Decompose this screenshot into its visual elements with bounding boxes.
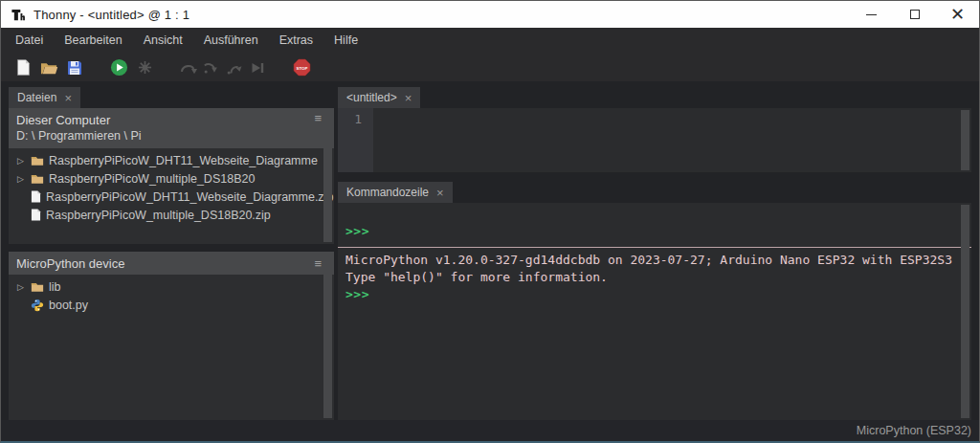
files-menu-icon[interactable]: ≡ bbox=[314, 112, 322, 124]
step-over-button[interactable] bbox=[177, 56, 200, 79]
file-icon bbox=[31, 209, 41, 221]
menu-extras[interactable]: Extras bbox=[269, 28, 323, 54]
files-scrollbar[interactable] bbox=[323, 110, 332, 242]
device-panel-header: MicroPython device ≡ bbox=[9, 252, 334, 275]
new-file-icon bbox=[16, 59, 31, 76]
resume-button[interactable] bbox=[246, 56, 269, 79]
device-tree-item[interactable]: boot.py bbox=[9, 296, 334, 314]
step-out-icon bbox=[226, 61, 243, 75]
maximize-icon bbox=[910, 10, 920, 19]
debug-script-button[interactable] bbox=[133, 56, 156, 79]
editor-tab-label: <untitled> bbox=[346, 91, 397, 104]
tab-dateien[interactable]: Dateien × bbox=[9, 87, 80, 108]
left-sidebar: Dateien × Dieser Computer D: \ Programmi… bbox=[9, 87, 334, 420]
tab-kommandozeile[interactable]: Kommandozeile × bbox=[338, 182, 453, 203]
menu-ansicht[interactable]: Ansicht bbox=[133, 28, 193, 54]
editor-scrollbar[interactable] bbox=[961, 110, 969, 170]
files-tab-close-icon[interactable]: × bbox=[64, 92, 72, 104]
file-tree-item[interactable]: RaspberryPiPicoW_DHT11_Webseite_Diagramm… bbox=[9, 188, 334, 206]
file-label: RaspberryPiPicoW_multiple_DS18B20.zip bbox=[46, 209, 271, 222]
thonny-app-icon bbox=[11, 8, 25, 22]
minimize-button[interactable] bbox=[850, 1, 893, 28]
shell-output-area[interactable]: >>> MicroPython v1.20.0-327-gd14ddcbdb o… bbox=[338, 203, 971, 420]
editor-shell-column: <untitled> × 1 Kommandozeile × >>> Mic bbox=[338, 87, 971, 420]
file-label: boot.py bbox=[49, 299, 88, 312]
device-tree-item[interactable]: ▷ lib bbox=[9, 277, 334, 296]
files-panel-header: Dieser Computer D: \ Programmieren \ Pi … bbox=[9, 108, 334, 148]
files-path[interactable]: D: \ Programmieren \ Pi bbox=[16, 128, 326, 144]
file-label: RaspberryPiPicoW_DHT11_Webseite_Diagramm… bbox=[49, 154, 318, 167]
files-tree: ▷ RaspberryPiPicoW_DHT11_Webseite_Diagra… bbox=[9, 148, 334, 224]
files-tab-label: Dateien bbox=[17, 91, 56, 104]
shell-scrollbar[interactable] bbox=[961, 205, 969, 418]
debug-icon bbox=[138, 60, 152, 75]
folder-icon bbox=[31, 281, 44, 293]
shell-separator bbox=[338, 247, 971, 248]
tab-untitled[interactable]: <untitled> × bbox=[338, 87, 420, 108]
editor-tab-close-icon[interactable]: × bbox=[405, 92, 412, 104]
editor-code-area[interactable]: 1 bbox=[338, 108, 971, 172]
stop-restart-button[interactable]: STOP bbox=[290, 56, 313, 79]
maximize-button[interactable] bbox=[893, 1, 936, 28]
file-icon bbox=[31, 190, 41, 203]
shell-tab-close-icon[interactable]: × bbox=[436, 187, 444, 199]
expand-arrow-icon[interactable]: ▷ bbox=[15, 174, 26, 184]
files-panel: Dieser Computer D: \ Programmieren \ Pi … bbox=[9, 108, 334, 244]
interpreter-status[interactable]: MicroPython (ESP32) bbox=[857, 424, 971, 437]
device-menu-icon[interactable]: ≡ bbox=[314, 257, 322, 270]
thonny-window: Thonny - <untitled> @ 1 : 1 ✕ Datei Bear… bbox=[0, 0, 980, 443]
shell-prompt: >>> bbox=[345, 223, 950, 240]
open-folder-icon bbox=[40, 61, 58, 75]
folder-icon bbox=[31, 173, 44, 185]
expand-arrow-icon[interactable]: ▷ bbox=[15, 156, 26, 166]
minimize-icon bbox=[866, 14, 877, 15]
editor-tab-row: <untitled> × bbox=[338, 87, 971, 108]
editor-line-gutter: 1 bbox=[338, 108, 373, 172]
shell-tab-row: Kommandozeile × bbox=[338, 182, 971, 203]
save-icon bbox=[67, 60, 82, 76]
line-number: 1 bbox=[354, 112, 362, 126]
file-tree-item[interactable]: ▷ RaspberryPiPicoW_DHT11_Webseite_Diagra… bbox=[9, 151, 334, 169]
shell-banner-line2: Type "help()" for more information. bbox=[345, 269, 950, 286]
files-root-label[interactable]: Dieser Computer bbox=[16, 112, 326, 128]
device-tree: ▷ lib boot.py bbox=[9, 275, 334, 314]
stop-icon: STOP bbox=[293, 58, 311, 77]
device-scrollbar[interactable] bbox=[323, 254, 332, 418]
close-icon: ✕ bbox=[950, 4, 965, 25]
file-label: RaspberryPiPicoW_DHT11_Webseite_Diagramm… bbox=[46, 190, 333, 204]
python-file-icon bbox=[31, 299, 44, 312]
open-file-button[interactable] bbox=[37, 56, 60, 79]
shell-tab-label: Kommandozeile bbox=[346, 186, 429, 199]
menu-datei[interactable]: Datei bbox=[5, 28, 54, 54]
menu-hilfe[interactable]: Hilfe bbox=[323, 28, 368, 54]
file-tree-item[interactable]: ▷ RaspberryPiPicoW_multiple_DS18B20 bbox=[9, 169, 334, 188]
toolbar: STOP bbox=[1, 54, 979, 81]
main-area: Dateien × Dieser Computer D: \ Programmi… bbox=[1, 81, 979, 420]
menu-bearbeiten[interactable]: Bearbeiten bbox=[54, 28, 132, 54]
save-file-button[interactable] bbox=[63, 56, 86, 79]
step-into-icon bbox=[203, 61, 220, 75]
menu-ausfuehren[interactable]: Ausführen bbox=[193, 28, 269, 54]
status-bar: MicroPython (ESP32) bbox=[1, 420, 979, 441]
file-label: lib bbox=[49, 280, 61, 294]
close-button[interactable]: ✕ bbox=[936, 1, 979, 28]
run-script-button[interactable] bbox=[107, 56, 130, 79]
window-title: Thonny - <untitled> @ 1 : 1 bbox=[33, 8, 850, 22]
device-panel: MicroPython device ≡ ▷ lib boot.py bbox=[9, 252, 334, 420]
files-tab-row: Dateien × bbox=[9, 87, 334, 108]
resume-icon bbox=[251, 61, 264, 75]
run-icon bbox=[110, 58, 128, 77]
device-header-label: MicroPython device bbox=[16, 256, 124, 271]
file-tree-item[interactable]: RaspberryPiPicoW_multiple_DS18B20.zip bbox=[9, 206, 334, 224]
step-into-button[interactable] bbox=[200, 56, 223, 79]
folder-icon bbox=[31, 155, 44, 166]
expand-arrow-icon[interactable]: ▷ bbox=[15, 282, 26, 292]
shell-prompt: >>> bbox=[345, 286, 950, 303]
file-label: RaspberryPiPicoW_multiple_DS18B20 bbox=[49, 172, 255, 186]
shell-banner-line1: MicroPython v1.20.0-327-gd14ddcbdb on 20… bbox=[345, 252, 950, 269]
svg-text:STOP: STOP bbox=[296, 66, 307, 71]
title-bar: Thonny - <untitled> @ 1 : 1 ✕ bbox=[1, 1, 979, 28]
menu-bar: Datei Bearbeiten Ansicht Ausführen Extra… bbox=[1, 28, 979, 54]
step-out-button[interactable] bbox=[223, 56, 246, 79]
new-file-button[interactable] bbox=[11, 56, 34, 79]
